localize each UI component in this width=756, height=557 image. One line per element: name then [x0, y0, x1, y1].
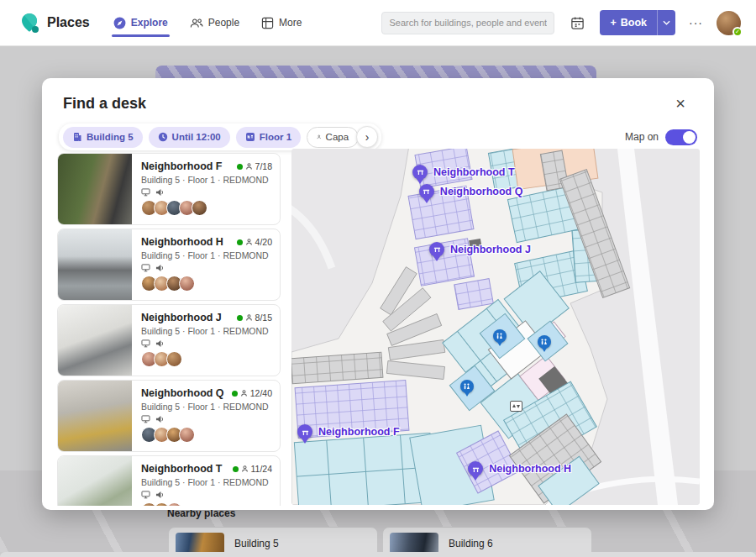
- neighborhood-name: Neighborhood H: [141, 236, 237, 248]
- tab-label: More: [279, 17, 302, 29]
- map-pin-neighborhood-h[interactable]: Neighborhood H: [468, 461, 571, 476]
- available-dot: [237, 315, 243, 321]
- chevron-down-icon: [663, 20, 670, 25]
- occupancy-badge: 12/40: [232, 388, 272, 398]
- amenity-speaker-icon: [155, 491, 165, 499]
- restroom-icon: [496, 333, 503, 339]
- list-item-neighborhood-t[interactable]: Neighborhood T 11/24 Building 5 · Floor …: [57, 455, 281, 506]
- filter-chip-capacity[interactable]: Capa: [307, 127, 359, 148]
- neighborhood-name: Neighborhood T: [141, 463, 233, 475]
- amenity-speaker-icon: [155, 415, 165, 423]
- page-content: Nearby places Building 5 Building 6 Find…: [0, 46, 756, 557]
- calendar-button[interactable]: [564, 10, 590, 35]
- list-item-neighborhood-f[interactable]: Neighborhood F 7/18 Building 5 · Floor 1…: [57, 153, 281, 225]
- avatar: [192, 200, 207, 216]
- book-dropdown-button[interactable]: [657, 10, 675, 35]
- neighborhood-photo: [58, 229, 132, 300]
- grid-icon: [261, 17, 274, 29]
- nav-right: + Book ··· ✓: [381, 10, 741, 35]
- person-count-icon: [240, 389, 248, 397]
- amenity-monitor-icon: [141, 415, 150, 423]
- filter-chip-time[interactable]: Until 12:00: [149, 127, 230, 148]
- tab-people[interactable]: People: [190, 0, 239, 45]
- book-label: Book: [621, 17, 647, 29]
- neighborhood-photo: [58, 381, 132, 451]
- avatar: [179, 276, 195, 292]
- desk-pin-icon: [429, 242, 444, 257]
- neighborhood-details: Building 5 · Floor 1 · REDMOND: [141, 250, 272, 260]
- find-a-desk-modal: Find a desk × Building 5 Unt: [42, 78, 714, 510]
- available-dot: [237, 239, 243, 245]
- filter-label: Capa: [326, 132, 349, 142]
- avatar-stack: [141, 351, 272, 367]
- close-button[interactable]: ×: [669, 92, 692, 115]
- places-logo[interactable]: Places: [18, 12, 90, 34]
- explore-compass-icon: [113, 17, 126, 29]
- more-filters-button[interactable]: ›: [356, 126, 378, 148]
- avatar-stack: [141, 502, 272, 506]
- amenities-row: [141, 491, 272, 499]
- list-item-neighborhood-j[interactable]: Neighborhood J 8/15 Building 5 · Floor 1…: [57, 304, 281, 376]
- neighborhood-name: Neighborhood J: [141, 312, 237, 323]
- plus-icon: +: [610, 17, 616, 29]
- amenity-monitor-icon: [141, 491, 150, 499]
- avatar-stack: [141, 427, 272, 443]
- filter-label: Floor 1: [260, 132, 291, 142]
- map-pin-neighborhood-q[interactable]: Neighborhood Q: [419, 184, 523, 199]
- occupancy-badge: 4/20: [237, 237, 272, 247]
- close-icon: ×: [675, 94, 685, 113]
- neighborhood-details: Building 5 · Floor 1 · REDMOND: [141, 175, 272, 185]
- restroom-pin[interactable]: [460, 380, 474, 393]
- person-count-icon: [245, 313, 253, 322]
- nav-overflow-button[interactable]: ···: [685, 13, 706, 33]
- amenity-speaker-icon: [155, 339, 165, 348]
- tab-label: Explore: [131, 17, 168, 29]
- occupancy-count: 7/18: [255, 161, 272, 171]
- brand-name: Places: [47, 15, 90, 30]
- restroom-pin[interactable]: [538, 335, 551, 349]
- filter-chip-building[interactable]: Building 5: [63, 127, 143, 148]
- switch-knob: [683, 131, 696, 144]
- restroom-pin[interactable]: [493, 329, 507, 343]
- person-count-icon: [245, 238, 253, 246]
- avatar-stack: [141, 276, 272, 292]
- pin-label: Neighborhood J: [450, 244, 531, 255]
- map-toggle-switch[interactable]: [665, 129, 697, 145]
- tab-more[interactable]: More: [261, 0, 302, 45]
- map-pin-neighborhood-f[interactable]: Neighborhood F: [297, 424, 400, 439]
- floor-map[interactable]: Neighborhood T Neighborhood Q Neighborho…: [291, 149, 700, 505]
- presence-available-badge: ✓: [732, 27, 743, 37]
- neighborhood-details: Building 5 · Floor 1 · REDMOND: [141, 477, 272, 487]
- filter-row: Building 5 Until 12:00 Floor 1: [59, 123, 697, 150]
- book-split-button: + Book: [600, 10, 675, 35]
- filter-label: Until 12:00: [172, 132, 221, 142]
- user-avatar[interactable]: ✓: [717, 11, 741, 35]
- occupancy-badge: 11/24: [233, 464, 273, 474]
- desk-pin-icon: [468, 461, 483, 476]
- neighborhood-name: Neighborhood F: [141, 160, 237, 172]
- amenity-speaker-icon: [155, 188, 165, 197]
- restroom-icon: [540, 339, 548, 345]
- avatar-stack: [141, 200, 272, 216]
- search-input[interactable]: [381, 12, 554, 34]
- map-pin-neighborhood-t[interactable]: Neighborhood T: [412, 165, 515, 180]
- amenities-row: [141, 264, 272, 272]
- filter-label: Building 5: [87, 132, 134, 142]
- list-item-neighborhood-h[interactable]: Neighborhood H 4/20 Building 5 · Floor 1…: [57, 229, 281, 301]
- chevron-right-icon: ›: [365, 130, 370, 144]
- filter-bar: Building 5 Until 12:00 Floor 1: [59, 123, 381, 150]
- book-button[interactable]: + Book: [600, 10, 657, 35]
- available-dot: [233, 466, 239, 472]
- modal-title: Find a desk: [63, 95, 146, 113]
- map-pin-neighborhood-j[interactable]: Neighborhood J: [429, 242, 531, 257]
- occupancy-count: 12/40: [250, 388, 272, 398]
- amenities-row: [141, 339, 272, 348]
- list-item-neighborhood-q[interactable]: Neighborhood Q 12/40 Building 5 · Floor …: [57, 380, 281, 452]
- filter-chip-floor[interactable]: Floor 1: [236, 127, 301, 148]
- tab-explore[interactable]: Explore: [113, 0, 168, 45]
- pin-label: Neighborhood Q: [440, 186, 523, 197]
- amenity-monitor-icon: [141, 188, 150, 197]
- elevator-icon: [510, 401, 522, 412]
- avatar: [166, 502, 182, 506]
- pin-label: Neighborhood T: [433, 166, 515, 178]
